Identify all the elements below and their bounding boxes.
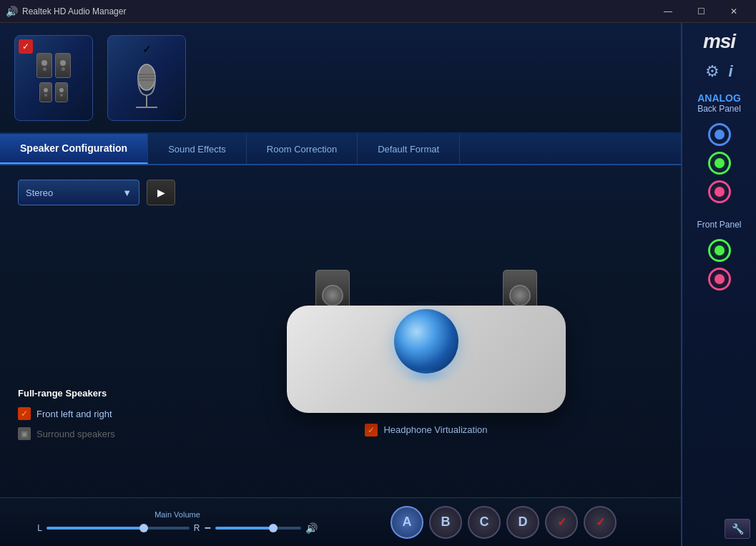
speaker-box-front-left: [39, 82, 52, 102]
analog-title: ANALOG: [697, 92, 741, 104]
back-jack-pink[interactable]: [708, 180, 731, 203]
back-jack-green[interactable]: [708, 152, 731, 175]
left-volume-slider[interactable]: [46, 527, 190, 530]
front-lr-label: Front left and right: [36, 409, 112, 419]
play-button[interactable]: ▶: [147, 180, 175, 205]
play-icon: ▶: [157, 187, 165, 198]
jack-green-inner: [715, 158, 725, 168]
controls-left: Stereo ▼ ▶ Full-range Speakers ✓ Front l…: [18, 180, 175, 483]
ok-button[interactable]: ✓: [545, 506, 578, 539]
profile-a-button[interactable]: A: [391, 506, 423, 539]
volume-minus[interactable]: −: [205, 522, 211, 535]
right-bottom: 🔧: [688, 519, 750, 539]
main-container: ✓: [0, 23, 756, 546]
volume-label: Main Volume: [154, 510, 200, 519]
jack-blue-inner: [715, 130, 725, 140]
speaker-viz: ✓ Headphone Virtualization: [190, 180, 663, 483]
left-channel-label: L: [37, 523, 42, 533]
front-panel-label: Front Panel: [697, 220, 741, 230]
speaker-check-badge: ✓: [19, 39, 33, 54]
orb-reflection: [401, 369, 451, 383]
profile-b-button[interactable]: B: [429, 506, 462, 539]
surround-label: Surround speakers: [36, 429, 115, 439]
analog-sub: Back Panel: [697, 104, 741, 114]
back-jack-blue[interactable]: [708, 123, 731, 146]
headphone-virtualization-row: ✓ Headphone Virtualization: [365, 424, 487, 437]
right-volume-slider[interactable]: [215, 527, 301, 530]
titlebar: 🔊 Realtek HD Audio Manager — ☐ ✕: [0, 0, 756, 23]
stereo-dropdown[interactable]: Stereo ▼: [18, 180, 139, 205]
headphone-checkbox[interactable]: ✓: [365, 424, 378, 437]
dropdown-arrow-icon: ▼: [122, 187, 132, 198]
tab-speaker-configuration[interactable]: Speaker Configuration: [0, 134, 148, 164]
app-icon: 🔊: [6, 6, 18, 17]
audio-orb: [394, 309, 458, 374]
speaker-device-card[interactable]: ✓: [14, 35, 93, 121]
mic-check-badge: ✓: [142, 42, 152, 56]
front-lr-checkbox[interactable]: ✓: [18, 407, 31, 420]
front-jack-green-inner: [715, 245, 725, 255]
volume-controls: L R − 🔊: [37, 522, 318, 535]
left-volume-thumb: [139, 524, 148, 532]
wrench-icon: 🔧: [732, 523, 744, 535]
full-range-title: Full-range Speakers: [18, 388, 175, 399]
analog-section: ANALOG Back Panel: [697, 92, 741, 114]
app-title: Realtek HD Audio Manager: [22, 6, 652, 16]
stereo-row: Stereo ▼ ▶: [18, 180, 175, 205]
front-jack-pink[interactable]: [708, 268, 731, 291]
full-range-section: Full-range Speakers ✓ Front left and rig…: [18, 388, 175, 447]
volume-speaker-icon: 🔊: [305, 522, 318, 534]
right-channel-label: R: [194, 523, 200, 533]
surround-checkbox-row: ▣ Surround speakers: [18, 427, 175, 440]
settings-row: ⚙ i: [705, 62, 732, 81]
cancel-button[interactable]: ✓: [584, 506, 617, 539]
profile-d-button[interactable]: D: [506, 506, 539, 539]
info-icon[interactable]: i: [728, 62, 732, 81]
viz-stage: [273, 213, 580, 413]
volume-section: Main Volume L R − 🔊: [14, 510, 340, 535]
right-panel: msi ⚙ i ANALOG Back Panel Front Panel: [681, 23, 756, 546]
tab-room-correction[interactable]: Room Correction: [247, 134, 358, 164]
maximize-button[interactable]: ☐: [684, 0, 717, 23]
mic-device-card[interactable]: ✓: [107, 35, 186, 121]
headphone-label: Headphone Virtualization: [383, 424, 487, 435]
right-volume-thumb: [269, 524, 278, 532]
speaker-box-right: [55, 53, 71, 78]
left-panel: ✓: [0, 23, 681, 546]
speaker-box-front-right: [55, 82, 68, 102]
msi-logo: msi: [703, 30, 735, 53]
speaker-icon-group: [36, 53, 71, 78]
close-button[interactable]: ✕: [717, 0, 750, 23]
device-area: ✓: [0, 23, 681, 134]
front-lr-checkbox-row: ✓ Front left and right: [18, 407, 175, 420]
tab-sound-effects[interactable]: Sound Effects: [148, 134, 247, 164]
bottom-buttons: A B C D ✓ ✓: [340, 506, 667, 539]
front-jack-pink-inner: [715, 274, 725, 284]
mic-icon: [118, 56, 175, 113]
front-panel-jacks: [688, 239, 750, 291]
front-jack-green[interactable]: [708, 239, 731, 262]
profile-c-button[interactable]: C: [468, 506, 501, 539]
speaker-box-left: [36, 53, 52, 78]
wrench-button[interactable]: 🔧: [725, 519, 750, 539]
back-panel-jacks: [688, 123, 750, 203]
minimize-button[interactable]: —: [652, 0, 684, 23]
jack-pink-inner: [715, 187, 725, 197]
bottom-bar: Main Volume L R − 🔊 A B C: [0, 497, 681, 546]
content-area: Stereo ▼ ▶ Full-range Speakers ✓ Front l…: [0, 165, 681, 497]
surround-checkbox[interactable]: ▣: [18, 427, 31, 440]
tab-default-format[interactable]: Default Format: [358, 134, 460, 164]
tab-bar: Speaker Configuration Sound Effects Room…: [0, 134, 681, 165]
gear-icon[interactable]: ⚙: [705, 62, 720, 81]
